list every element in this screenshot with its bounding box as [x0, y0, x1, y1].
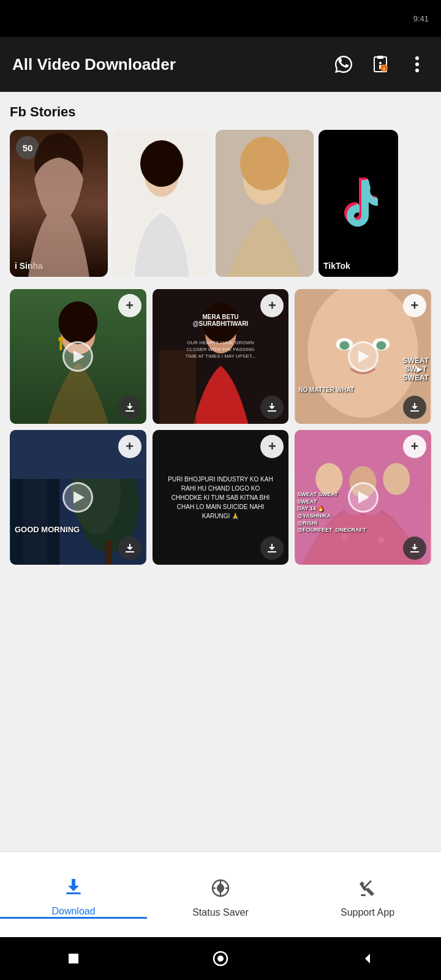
status-saver-nav-label: Status Saver	[192, 907, 249, 918]
nav-item-support-app[interactable]: Support App	[294, 872, 441, 918]
story-label-tiktok: TikTok	[323, 261, 350, 271]
whatsapp-icon[interactable]	[332, 53, 355, 76]
support-app-nav-icon	[357, 878, 378, 903]
main-content: Fb Stories 50 i Sinha 7	[0, 92, 441, 851]
svg-rect-56	[69, 954, 78, 963]
video-grid: + + MERA BETU@SURABHITIWARI	[10, 289, 431, 565]
video-add-btn-6[interactable]: +	[403, 435, 426, 458]
svg-rect-44	[105, 540, 111, 565]
svg-point-50	[341, 533, 349, 541]
video-card-3[interactable]: + NO MATTER WHAT SWEATSW▶TSWEAT	[295, 289, 431, 424]
status-bar: 9:41	[0, 0, 441, 37]
svg-point-20	[240, 137, 289, 190]
video-overlay-text-2: MERA BETU@SURABHITIWARI	[193, 314, 248, 327]
header-icons: i	[332, 53, 429, 76]
svg-rect-1	[377, 56, 383, 59]
video-play-btn-4[interactable]	[62, 482, 93, 513]
good-morning-label: GOOD MORNING	[15, 525, 80, 534]
bottom-nav: Download Status Saver Support App	[0, 851, 441, 937]
video-download-btn-5[interactable]	[260, 537, 284, 560]
video-text-content-5: PURI BHOJPURI INDUSTRY KO KAH RAHI HU CH…	[159, 465, 282, 530]
sys-back-btn[interactable]	[355, 946, 380, 971]
video-download-btn-6[interactable]	[403, 537, 426, 560]
svg-point-36	[377, 341, 386, 350]
fb-stories-title: Fb Stories	[10, 104, 431, 120]
sys-stop-btn[interactable]	[61, 946, 86, 971]
app-header: All Video Downloader i	[0, 37, 441, 92]
svg-rect-30	[159, 350, 196, 424]
video-download-btn-1[interactable]	[118, 396, 141, 419]
status-saver-nav-icon	[210, 878, 231, 903]
support-app-nav-label: Support App	[341, 907, 394, 918]
svg-point-25	[58, 337, 63, 342]
stories-row: 50 i Sinha 7 Akshara singh	[10, 130, 431, 277]
svg-rect-53	[66, 892, 81, 894]
system-nav-bar	[0, 937, 441, 980]
story-card-1[interactable]: 50 i Sinha	[10, 130, 108, 277]
sweat-text-3: SWEATSW▶TSWEAT	[403, 356, 429, 382]
app-title: All Video Downloader	[12, 55, 322, 74]
story-card-3[interactable]: 10 ura Clery	[216, 130, 314, 277]
video-download-btn-3[interactable]	[403, 396, 426, 419]
video-card-5[interactable]: + PURI BHOJPURI INDUSTRY KO KAH RAHI HU …	[153, 430, 289, 565]
video-card-2[interactable]: + MERA BETU@SURABHITIWARI OUR HEARTS HAV…	[153, 289, 289, 424]
svg-point-51	[379, 537, 385, 543]
video-add-btn-3[interactable]: +	[403, 294, 426, 317]
clipboard-info-icon[interactable]: i	[369, 53, 392, 76]
download-nav-label: Download	[51, 906, 95, 917]
nav-item-download[interactable]: Download	[0, 870, 147, 919]
svg-text:i: i	[383, 66, 385, 72]
svg-point-7	[415, 62, 419, 66]
video-label-3: NO MATTER WHAT	[298, 386, 354, 393]
download-nav-icon	[63, 876, 84, 902]
video-download-btn-4[interactable]	[118, 537, 141, 560]
more-vertical-icon[interactable]	[405, 53, 429, 76]
svg-point-24	[58, 301, 97, 344]
video-add-btn-4[interactable]: +	[118, 435, 141, 458]
svg-point-35	[340, 341, 350, 350]
video-card-4[interactable]: + GOOD MORNING	[10, 430, 146, 565]
sys-home-btn[interactable]	[208, 946, 233, 971]
svg-point-15	[140, 140, 183, 187]
svg-point-8	[415, 69, 419, 72]
story-card-2[interactable]: 7 Akshara singh	[113, 130, 211, 277]
video-add-btn-5[interactable]: +	[260, 435, 284, 458]
story-card-tiktok[interactable]: TikTok	[318, 130, 398, 277]
video-add-btn-1[interactable]: +	[118, 294, 141, 317]
svg-point-2	[379, 62, 382, 64]
video-play-btn-3[interactable]	[348, 341, 379, 372]
svg-point-47	[316, 463, 343, 495]
svg-point-49	[383, 463, 410, 495]
svg-point-52	[330, 544, 335, 549]
nav-item-status-saver[interactable]: Status Saver	[147, 872, 294, 918]
video-card-6[interactable]: + SWEAT SWEATSWEATDAY 14 🔥@YASHNIKA@RISH…	[295, 430, 431, 565]
video-play-btn-1[interactable]	[62, 341, 93, 372]
svg-point-58	[217, 956, 224, 962]
video-label-6: SWEAT SWEATSWEATDAY 14 🔥@YASHNIKA@RISHI@…	[297, 491, 366, 534]
video-card-1[interactable]: +	[10, 289, 146, 424]
svg-point-6	[415, 56, 419, 60]
video-body-text-2: OUR HEARTS HAVE GROWN CLOSER WITH THE PA…	[181, 339, 260, 360]
svg-rect-55	[361, 894, 366, 896]
svg-rect-26	[59, 342, 62, 350]
